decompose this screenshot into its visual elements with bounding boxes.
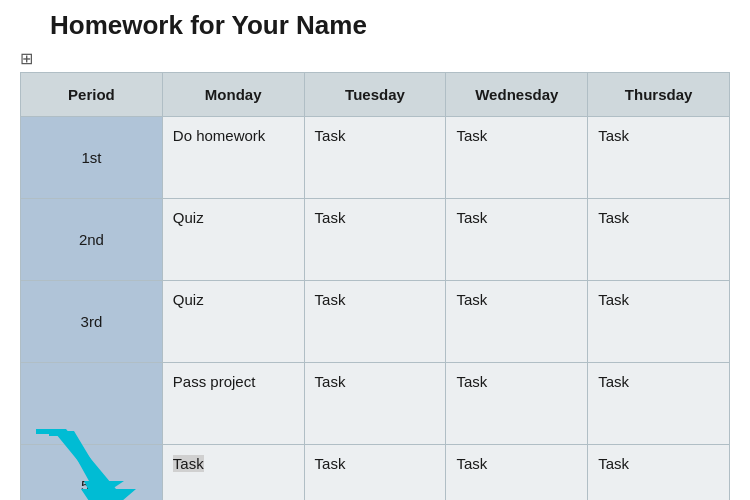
header-monday: Monday [162,73,304,117]
tuesday-3rd[interactable]: Task [304,281,446,363]
period-1st: 1st [21,117,163,199]
header-period: Period [21,73,163,117]
header-wednesday: Wednesday [446,73,588,117]
table-row: Pass project Task Task Task [21,363,730,445]
wednesday-2nd[interactable]: Task [446,199,588,281]
thursday-5th[interactable]: Task [588,445,730,501]
move-icon[interactable]: ⊞ [20,49,33,68]
wednesday-4th[interactable]: Task [446,363,588,445]
monday-1st[interactable]: Do homework [162,117,304,199]
cyan-arrow-icon [26,429,136,500]
wednesday-5th[interactable]: Task [446,445,588,501]
header-thursday: Thursday [588,73,730,117]
header-tuesday: Tuesday [304,73,446,117]
period-3rd: 3rd [21,281,163,363]
thursday-4th[interactable]: Task [588,363,730,445]
monday-4th[interactable]: Pass project [162,363,304,445]
svg-marker-2 [36,429,136,500]
tuesday-5th[interactable]: Task [304,445,446,501]
page-title: Homework for Your Name [50,10,730,41]
monday-2nd[interactable]: Quiz [162,199,304,281]
monday-5th[interactable]: Task [162,445,304,501]
table-row: 2nd Quiz Task Task Task [21,199,730,281]
homework-table: Period Monday Tuesday Wednesday Thursday… [20,72,730,500]
thursday-3rd[interactable]: Task [588,281,730,363]
tuesday-4th[interactable]: Task [304,363,446,445]
wednesday-3rd[interactable]: Task [446,281,588,363]
period-2nd: 2nd [21,199,163,281]
table-row: 1st Do homework Task Task Task [21,117,730,199]
monday-3rd[interactable]: Quiz [162,281,304,363]
tuesday-1st[interactable]: Task [304,117,446,199]
wednesday-1st[interactable]: Task [446,117,588,199]
period-4th [21,363,163,445]
homework-table-wrapper: Period Monday Tuesday Wednesday Thursday… [20,72,730,500]
thursday-2nd[interactable]: Task [588,199,730,281]
highlighted-task-label: Task [173,455,204,472]
tuesday-2nd[interactable]: Task [304,199,446,281]
thursday-1st[interactable]: Task [588,117,730,199]
table-row: 3rd Quiz Task Task Task [21,281,730,363]
table-header-row: Period Monday Tuesday Wednesday Thursday [21,73,730,117]
